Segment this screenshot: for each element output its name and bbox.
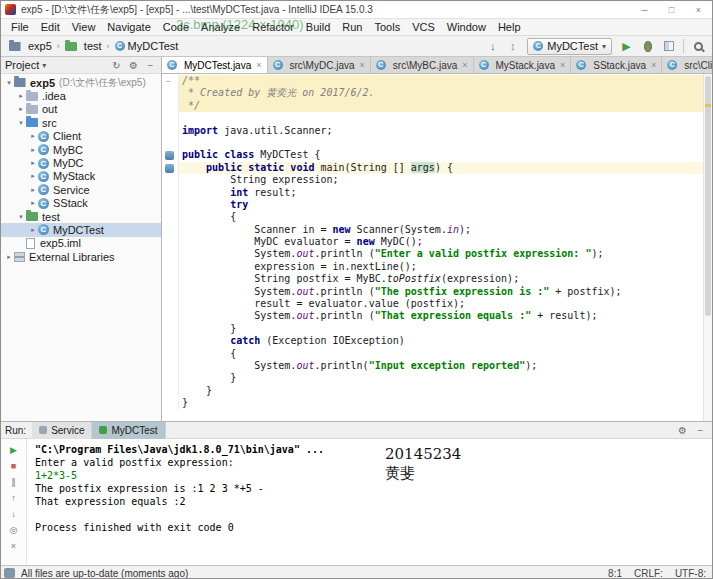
tool-window-toggle-icon[interactable]	[4, 568, 15, 578]
editor-gutter[interactable]	[162, 125, 179, 137]
tree-expand-icon[interactable]: ▸	[28, 172, 38, 180]
editor-tab-src-mydc-java[interactable]: src\MyDC.java×	[268, 57, 371, 73]
vcs-changes-icon[interactable]: ↕	[505, 39, 520, 54]
run-tab-service[interactable]: Service	[32, 422, 92, 439]
breadcrumb-item-test[interactable]: test	[63, 40, 104, 52]
editor-gutter[interactable]	[162, 100, 179, 112]
stop-icon[interactable]: ■	[7, 459, 21, 472]
editor-gutter[interactable]	[162, 199, 179, 211]
tree-item-mydctest[interactable]: ▸MyDCTest	[1, 223, 161, 236]
editor-gutter[interactable]	[162, 385, 179, 397]
editor-gutter[interactable]	[162, 187, 179, 199]
tree-item-mybc[interactable]: ▸MyBC	[1, 143, 161, 156]
menu-run[interactable]: Run	[336, 21, 368, 33]
editor-gutter[interactable]	[162, 87, 179, 99]
editor-gutter[interactable]	[162, 211, 179, 223]
editor-gutter[interactable]	[162, 137, 179, 149]
editor-gutter[interactable]	[162, 372, 179, 384]
editor-gutter[interactable]	[162, 224, 179, 236]
menu-analyze[interactable]: Analyze	[195, 21, 246, 33]
editor-tab-sstack-java[interactable]: SStack.java×	[571, 57, 662, 73]
tree-item-mystack[interactable]: ▸MyStack	[1, 170, 161, 183]
editor-tab-mystack-java[interactable]: MyStack.java×	[474, 57, 572, 73]
tree-expand-icon[interactable]: ▸	[28, 226, 38, 234]
tree-item-mydc[interactable]: ▸MyDC	[1, 156, 161, 169]
editor-gutter[interactable]	[162, 360, 179, 372]
status-widget-utf-8[interactable]: UTF-8:	[675, 568, 706, 579]
menu-view[interactable]: View	[66, 21, 102, 33]
tree-item-service[interactable]: ▸Service	[1, 183, 161, 196]
tree-expand-icon[interactable]: ▸	[28, 186, 38, 194]
menu-help[interactable]: Help	[492, 21, 527, 33]
vcs-update-icon[interactable]: ↓	[485, 39, 500, 54]
jump-up-icon[interactable]: ↑	[7, 491, 21, 504]
pin-tab-icon[interactable]: ◎	[7, 523, 21, 536]
menu-vcs[interactable]: VCS	[406, 21, 441, 33]
hide-icon[interactable]: −	[144, 59, 157, 72]
code-editor[interactable]: −/** * Created by 黄奕光 on 2017/6/2. */ im…	[162, 74, 712, 421]
console-output[interactable]: "C:\Program Files\Java\jdk1.8.0_71\bin\j…	[27, 439, 712, 565]
editor-gutter[interactable]	[162, 162, 179, 174]
settings-icon[interactable]: ⚙	[127, 59, 140, 72]
close-button[interactable]: ×	[685, 1, 712, 18]
debug-button[interactable]	[640, 39, 655, 54]
menu-edit[interactable]: Edit	[35, 21, 66, 33]
editor-gutter[interactable]	[162, 397, 179, 409]
pause-output-icon[interactable]: ∥	[7, 475, 21, 488]
tree-expand-icon[interactable]: ▸	[28, 146, 38, 154]
editor-gutter[interactable]	[162, 323, 179, 335]
close-tab-icon[interactable]: ×	[256, 60, 261, 70]
tree-item-client[interactable]: ▸Client	[1, 130, 161, 143]
maximize-button[interactable]: □	[658, 1, 685, 18]
search-icon[interactable]	[691, 39, 706, 54]
close-tab-icon[interactable]: ×	[651, 60, 656, 70]
tree-item-sstack[interactable]: ▸SStack	[1, 197, 161, 210]
editor-gutter[interactable]	[162, 112, 179, 124]
editor-gutter[interactable]	[162, 236, 179, 248]
status-widget-8-1[interactable]: 8:1	[608, 568, 622, 579]
menu-file[interactable]: File	[5, 21, 35, 33]
editor-gutter[interactable]	[162, 174, 179, 186]
editor-gutter[interactable]	[162, 149, 179, 161]
editor-gutter[interactable]: −	[162, 75, 179, 87]
editor-gutter[interactable]	[162, 286, 179, 298]
sync-icon[interactable]: ↻	[110, 59, 123, 72]
menu-code[interactable]: Code	[157, 21, 195, 33]
editor-gutter[interactable]	[162, 348, 179, 360]
menu-navigate[interactable]: Navigate	[101, 21, 156, 33]
editor-gutter[interactable]	[162, 298, 179, 310]
menu-refactor[interactable]: Refactor	[246, 21, 300, 33]
menu-tools[interactable]: Tools	[368, 21, 406, 33]
settings-icon[interactable]: ⚙	[676, 424, 689, 437]
coverage-button[interactable]	[661, 39, 676, 54]
tree-item-exp5-iml[interactable]: exp5.iml	[1, 237, 161, 250]
tree-expand-icon[interactable]: ▸	[16, 92, 26, 100]
tree-collapse-icon[interactable]: ▾	[16, 213, 26, 221]
breadcrumb-item-exp5[interactable]: exp5	[7, 40, 54, 52]
editor-tab-src-client-java[interactable]: src\Client.java×	[662, 57, 713, 73]
menu-window[interactable]: Window	[441, 21, 492, 33]
tree-item-src[interactable]: ▾src	[1, 116, 161, 129]
tree-item-external-libraries[interactable]: ▸External Libraries	[1, 250, 161, 263]
jump-down-icon[interactable]: ↓	[7, 507, 21, 520]
tree-item-out[interactable]: ▸out	[1, 103, 161, 116]
project-panel-title[interactable]: Project	[5, 59, 39, 71]
tree-expand-icon[interactable]: ▸	[4, 253, 14, 261]
close-console-icon[interactable]: ×	[7, 539, 21, 552]
breadcrumb-item-mydctest[interactable]: MyDCTest	[113, 40, 181, 52]
editor-gutter[interactable]	[162, 273, 179, 285]
gutter-icon[interactable]	[165, 151, 174, 160]
tree-expand-icon[interactable]: ▸	[28, 199, 38, 207]
run-tab-mydctest[interactable]: MyDCTest	[92, 422, 165, 439]
close-tab-icon[interactable]: ×	[360, 60, 365, 70]
close-tab-icon[interactable]: ×	[462, 60, 467, 70]
tree-item-exp5[interactable]: ▾exp5(D:\文件\任务\exp5)	[1, 76, 161, 89]
close-tab-icon[interactable]: ×	[560, 60, 565, 70]
editor-gutter[interactable]	[162, 248, 179, 260]
tree-expand-icon[interactable]: ▸	[16, 105, 26, 113]
tree-collapse-icon[interactable]: ▾	[16, 119, 26, 127]
rerun-icon[interactable]: ▶	[7, 443, 21, 456]
menu-build[interactable]: Build	[300, 21, 336, 33]
chevron-down-icon[interactable]: ▾	[42, 61, 46, 70]
tree-collapse-icon[interactable]: ▾	[4, 79, 14, 87]
